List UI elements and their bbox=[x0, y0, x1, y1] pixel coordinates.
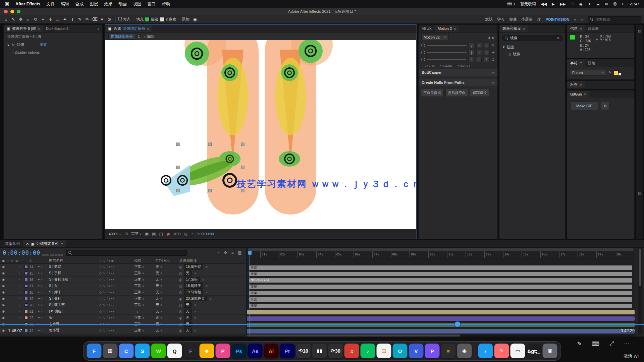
tool-icon[interactable]: ✦ bbox=[99, 17, 105, 22]
exposure-value[interactable]: +0.0 bbox=[173, 232, 180, 236]
layer-duration-bar[interactable] bbox=[247, 310, 635, 314]
gifgun-settings-button[interactable]: ⚙ bbox=[601, 102, 609, 110]
eye-icon[interactable]: ◉ bbox=[2, 329, 5, 332]
timeline-horizontal-scrollbar[interactable] bbox=[247, 335, 635, 337]
status-icon[interactable]: ✈ bbox=[588, 2, 591, 7]
panel-stub-icon[interactable]: ▤ bbox=[638, 191, 641, 195]
layer-row[interactable]: ◉ › 18 ✦⌗ S | 脖子 ◇＼fx▪▪ 正常∨ 无∨ ◎ bbox=[0, 289, 246, 296]
effect-category[interactable]: ▾ 扭曲 bbox=[499, 44, 565, 51]
tab-motion[interactable]: Motion 2≡ bbox=[435, 25, 459, 32]
close-window-button[interactable] bbox=[4, 10, 8, 13]
layer-duration-bar[interactable]: 骨架 bbox=[249, 272, 632, 276]
trkmat-select[interactable]: 无∨ bbox=[156, 264, 179, 269]
player-control-icon[interactable]: ⋯ bbox=[624, 341, 629, 347]
layer-name[interactable]: S | 脊柱 bbox=[49, 296, 99, 301]
expand-chevron-icon[interactable]: › bbox=[19, 265, 23, 268]
pen-icon[interactable]: ✎ bbox=[492, 43, 495, 48]
tab-duik[interactable]: Duik Bassel.2 bbox=[43, 25, 71, 32]
status-icon[interactable]: ▶▶ bbox=[560, 2, 566, 7]
expand-chevron-icon[interactable]: › bbox=[12, 50, 14, 54]
dock-app-icon[interactable]: ◆ bbox=[200, 344, 214, 358]
parent-select[interactable]: ◎ 19.S|脊柱∨ bbox=[179, 290, 246, 295]
motion-mini-tool[interactable]: ≈ BLEND bbox=[440, 64, 452, 67]
an chor-top-button[interactable]: ┬ bbox=[476, 43, 482, 48]
dock-app-icon[interactable]: ▮▮ bbox=[312, 344, 327, 358]
shy-quality-icons[interactable]: ✦⌗ bbox=[38, 303, 49, 307]
tab-overflow-icon[interactable]: » bbox=[94, 25, 102, 32]
trkmat-select[interactable]: 无∨ bbox=[156, 303, 179, 307]
blend-mode-select[interactable]: 正常∨ bbox=[134, 303, 156, 307]
layer-search-input[interactable] bbox=[74, 251, 184, 255]
dock-app-icon[interactable]: Q bbox=[167, 344, 182, 358]
blend-mode-select[interactable]: 正常∨ bbox=[134, 284, 156, 288]
tab-composition[interactable]: ▣ 合成 骨骼绑定备份 ≡ bbox=[105, 25, 152, 32]
mountain-icons[interactable]: ▲▲ bbox=[487, 35, 495, 39]
dock-app-icon[interactable]: Ps bbox=[232, 344, 247, 358]
layer-row[interactable]: ◉ › 20 ✦⌗ S | 髋关节 ◇＼fx▪▪ 正常∨ 无∨ ◎ bbox=[0, 302, 246, 308]
anchor-top-left-button[interactable]: ┌ bbox=[469, 43, 474, 48]
tool-icon[interactable]: T bbox=[69, 17, 76, 22]
parent-select[interactable]: ◎ 20.S|髋关节∨ bbox=[179, 296, 246, 301]
layer-track-row[interactable]: 骨架 bbox=[247, 290, 635, 296]
dock-app-icon[interactable]: F bbox=[183, 344, 198, 358]
layer-duration-bar[interactable]: 骨架 bbox=[249, 291, 632, 295]
workspace-tab[interactable]: 标准 bbox=[509, 17, 517, 22]
transparency-grid-icon[interactable]: ▤ bbox=[152, 232, 156, 236]
zoom-select[interactable]: 400%∨ bbox=[109, 232, 121, 236]
layer-duration-bar[interactable]: 骨架 bbox=[249, 265, 632, 270]
layer-name[interactable]: 头 bbox=[49, 315, 99, 320]
layer-switches[interactable]: ◇＼fx▪▪ bbox=[99, 290, 134, 295]
comp-timecode[interactable]: 0:00:00:00 bbox=[197, 232, 214, 236]
tab-effect-controls[interactable]: ▣ 效果控件 5 |脚≡ bbox=[4, 25, 43, 32]
status-icon[interactable]: ♡ bbox=[571, 2, 574, 7]
blend-mode-select[interactable]: 正常∨ bbox=[134, 271, 156, 276]
parent-select[interactable]: ◎ 无∨ bbox=[179, 309, 246, 314]
tool-icon[interactable]: ⌫ bbox=[91, 17, 98, 22]
video-progress-bar[interactable] bbox=[0, 324, 644, 325]
col-layer-name[interactable]: 图层名称 bbox=[49, 258, 99, 263]
layer-track-row[interactable]: 骨架 bbox=[247, 303, 635, 309]
tool-icon[interactable]: ✒ bbox=[62, 17, 68, 22]
menubar-clock[interactable]: 21:47 bbox=[630, 2, 639, 6]
resolution-select[interactable]: 完整∨ bbox=[131, 231, 142, 236]
dial-icon[interactable] bbox=[421, 51, 425, 54]
dock-app-icon[interactable]: ▭ bbox=[511, 344, 525, 358]
player-control-icon[interactable]: ⌨ bbox=[592, 341, 599, 347]
workspace-menu-icon[interactable]: ≡ bbox=[574, 17, 576, 21]
make-gif-button[interactable]: Make GIF bbox=[571, 102, 598, 110]
tab-render-queue[interactable]: 渲染队列 bbox=[2, 240, 23, 247]
layer-track-row[interactable]: 骨架 bbox=[247, 296, 635, 303]
layer-switches[interactable]: ◇＼fx▪▪ bbox=[99, 303, 134, 307]
app-menu[interactable]: After Effects bbox=[15, 2, 40, 6]
label-color-chip[interactable] bbox=[24, 310, 28, 313]
blend-mode-select[interactable]: 正常∨ bbox=[134, 264, 156, 269]
shy-quality-icons[interactable]: ✦⌗ bbox=[38, 272, 49, 275]
composition-mini-flowchart-icon[interactable]: ◔ bbox=[217, 250, 220, 255]
tool-icon[interactable]: ✛ bbox=[47, 17, 54, 22]
tab-timeline-comp[interactable]: ✕ ▣ 骨骼绑定备份≡ bbox=[23, 240, 66, 247]
dock-app-icon[interactable]: ⟲10 bbox=[296, 344, 311, 358]
layer-duration-bar[interactable]: 骨架 bbox=[249, 304, 632, 308]
player-control-icon[interactable]: ⤢ bbox=[609, 341, 614, 347]
label-color-chip[interactable] bbox=[24, 265, 28, 268]
dial-icon[interactable] bbox=[421, 44, 425, 47]
tab-gifgun[interactable]: GifGun≡ bbox=[567, 90, 589, 98]
anchor-top-right-button[interactable]: ┐ bbox=[484, 43, 490, 48]
menu-item[interactable]: 视图 bbox=[133, 1, 141, 7]
menu-item[interactable]: 文件 bbox=[46, 1, 55, 7]
dock-app-icon[interactable]: ✎ bbox=[494, 344, 509, 358]
display-options-row[interactable]: › Display options bbox=[4, 49, 102, 56]
tab-info[interactable]: 信息≡ bbox=[567, 25, 585, 32]
label-color-chip[interactable] bbox=[24, 329, 28, 332]
layer-track-row[interactable] bbox=[247, 309, 635, 315]
shy-quality-icons[interactable]: ✦⌗ bbox=[38, 297, 49, 301]
menu-item[interactable]: 动画 bbox=[118, 1, 127, 7]
move-icon[interactable]: ✛ bbox=[492, 50, 495, 55]
anchor-left-button[interactable]: ├ bbox=[469, 50, 474, 55]
menu-item[interactable]: 图层 bbox=[90, 1, 98, 7]
tab-aeux[interactable]: AEUX bbox=[419, 25, 435, 32]
dock-app-icon[interactable]: C bbox=[119, 344, 134, 358]
trkmat-select[interactable]: 无∨ bbox=[156, 271, 179, 276]
tool-icon[interactable]: ✎ bbox=[76, 17, 83, 22]
stroke-width[interactable]: 2 像素 bbox=[166, 17, 176, 22]
